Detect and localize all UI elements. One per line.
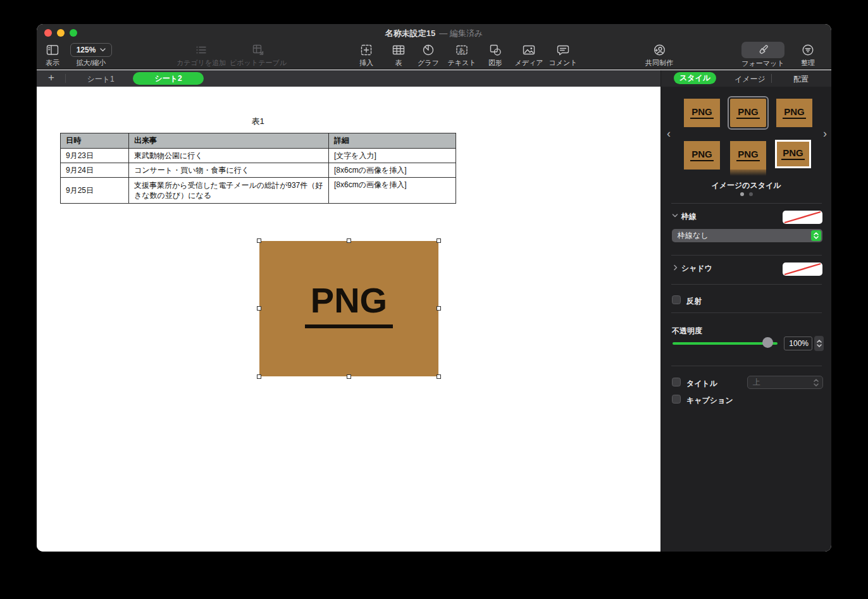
image-style-5[interactable]: PNG [730, 141, 766, 170]
none-diagonal-icon [783, 262, 822, 276]
border-style-value: 枠線なし [678, 229, 709, 242]
tab-image[interactable]: イメージ [735, 74, 766, 85]
format-button[interactable]: フォーマット [738, 42, 788, 68]
image-style-4[interactable]: PNG [684, 141, 720, 170]
dropdown-stepper[interactable] [811, 230, 821, 241]
comment-button[interactable]: コメント [544, 42, 582, 68]
view-button[interactable]: 表示 [37, 42, 68, 68]
sheet-tab-1[interactable]: シート1 [84, 74, 117, 85]
organize-label: 整理 [801, 58, 815, 68]
chevron-right-icon[interactable] [673, 264, 678, 271]
insert-label: 挿入 [359, 58, 373, 68]
cell[interactable]: 9月25日 [61, 178, 129, 204]
data-table: 日時 出来事 詳細 9月23日 東武動物公園に行く [文字を入力] 9月24日 … [60, 133, 456, 204]
window-title: 名称未設定15— 編集済み [37, 28, 831, 39]
selection-handle[interactable] [437, 306, 441, 311]
selection-handle[interactable] [257, 374, 261, 379]
zoom-dropdown[interactable]: 125% [70, 43, 113, 57]
cell[interactable]: [8x6cmの画像を挿入] [329, 163, 456, 178]
styles-pagination[interactable] [661, 192, 831, 196]
collaborate-label: 共同制作 [645, 58, 673, 68]
pivot-table-icon [251, 43, 265, 57]
tab-style[interactable]: スタイル [674, 72, 716, 84]
collaborate-button[interactable]: 共同制作 [634, 42, 685, 68]
selection-handle[interactable] [257, 238, 261, 243]
divider [671, 255, 822, 256]
border-section-label[interactable]: 枠線 [681, 211, 697, 222]
sidebar-tab-divider [771, 74, 772, 83]
shadow-none-swatch[interactable] [783, 262, 822, 276]
add-sheet-button[interactable]: + [46, 71, 56, 84]
cell[interactable]: 9月23日 [61, 149, 129, 163]
image-placeholder-label: PNG [305, 283, 393, 328]
chart-label: グラフ [418, 58, 439, 68]
selection-handle[interactable] [437, 238, 441, 243]
tab-arrange[interactable]: 配置 [793, 74, 809, 85]
border-style-dropdown[interactable]: 枠線なし [672, 229, 822, 242]
cell[interactable]: [8x6cmの画像を挿入] [329, 178, 456, 204]
header-cell-date[interactable]: 日時 [61, 133, 129, 149]
titlebar: 名称未設定15— 編集済み [37, 24, 831, 39]
table-label: 表 [395, 58, 402, 68]
pivot-table-button: ピボットテーブル [223, 42, 293, 68]
chevron-down-icon [814, 236, 819, 239]
styles-next-icon[interactable]: › [823, 127, 827, 140]
chevron-up-icon [814, 379, 819, 382]
none-diagonal-icon [783, 211, 822, 224]
caption-checkbox[interactable] [672, 395, 681, 404]
selection-handle[interactable] [347, 238, 351, 243]
organize-button[interactable]: 整理 [789, 42, 827, 68]
table-title[interactable]: 表1 [60, 116, 456, 127]
image-style-1[interactable]: PNG [684, 99, 720, 127]
reflection-label: 反射 [686, 296, 702, 307]
cell[interactable]: コンサート・買い物・食事に行く [129, 163, 329, 178]
header-cell-detail[interactable]: 詳細 [329, 133, 456, 149]
shape-button[interactable]: 図形 [476, 42, 514, 68]
chart-pie-icon [421, 43, 435, 57]
table-header-row: 日時 出来事 詳細 [61, 133, 456, 149]
selection-handle[interactable] [257, 306, 261, 311]
selected-image[interactable]: PNG [259, 241, 438, 376]
chart-button[interactable]: グラフ [409, 42, 447, 68]
styles-prev-icon[interactable]: ‹ [667, 127, 671, 140]
format-label: フォーマット [741, 59, 784, 68]
page-dot[interactable] [749, 192, 753, 196]
cell[interactable]: [文字を入力] [329, 149, 456, 163]
selection-handle[interactable] [437, 374, 441, 379]
title-checkbox[interactable] [672, 378, 681, 386]
border-none-swatch[interactable] [783, 211, 822, 224]
bulleted-list-icon [194, 43, 208, 57]
chevron-down-icon[interactable] [672, 213, 678, 218]
chevron-down-icon [100, 48, 106, 52]
view-label: 表示 [46, 58, 59, 68]
sheet-tab-2[interactable]: シート2 [133, 72, 204, 85]
document-title: 名称未設定15 [385, 28, 435, 38]
selection-handle[interactable] [347, 374, 351, 379]
page-dot-active[interactable] [740, 192, 744, 196]
cell[interactable]: 支援事業所から受信した電子メールの総計が937件（好きな数の並び）になる [129, 178, 329, 204]
sidebar-icon [46, 43, 59, 57]
shadow-section-label[interactable]: シャドウ [681, 263, 712, 274]
table-row: 9月23日 東武動物公園に行く [文字を入力] [61, 149, 456, 163]
zoom-control[interactable]: 125% 拡大/縮小 [66, 42, 116, 68]
shapes-icon [488, 43, 502, 57]
cell[interactable]: 東武動物公園に行く [129, 149, 329, 163]
image-style-6[interactable]: PNG [775, 140, 811, 168]
image-style-2-selected[interactable]: PNG [730, 99, 766, 127]
divider [671, 312, 822, 313]
spreadsheet-canvas[interactable]: 表1 日時 出来事 詳細 9月23日 東武動物公園に行く [文字を入力] 9月2… [37, 87, 660, 552]
chevron-up-icon [817, 340, 822, 343]
header-cell-event[interactable]: 出来事 [129, 133, 329, 149]
sheet-bar-divider [65, 74, 66, 83]
reflection-checkbox[interactable] [672, 295, 681, 304]
opacity-stepper[interactable] [814, 336, 824, 351]
text-button[interactable]: あ テキスト [443, 42, 481, 68]
numbers-window: 名称未設定15— 編集済み 表示 125% 拡大/縮小 カテゴリを追加 ピボット… [37, 24, 831, 552]
shape-label: 図形 [488, 58, 502, 68]
cell[interactable]: 9月24日 [61, 163, 129, 178]
opacity-slider-thumb[interactable] [762, 337, 773, 348]
image-style-3[interactable]: PNG [776, 99, 812, 127]
opacity-value-field[interactable]: 100% [784, 337, 812, 350]
edited-status: — 編集済み [439, 28, 483, 38]
media-button[interactable]: メディア [510, 42, 548, 68]
